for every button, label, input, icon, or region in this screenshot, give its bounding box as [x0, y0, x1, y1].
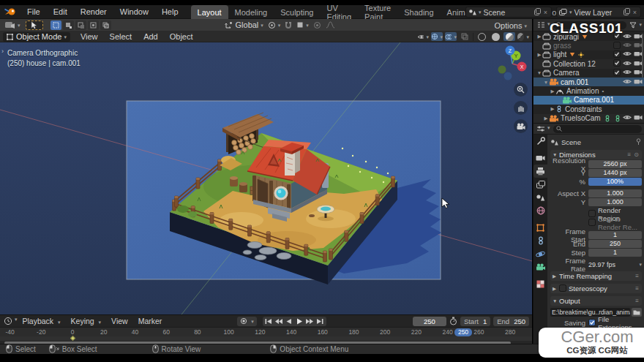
dimensions-y[interactable]: Y1.000	[550, 198, 642, 206]
frame-rate-row[interactable]: Frame Rate 29.97 fps ▾	[550, 260, 642, 268]
field-value[interactable]: 2560 px	[588, 160, 642, 168]
properties-tab-output[interactable]	[533, 165, 547, 178]
field-value[interactable]: 1	[588, 249, 642, 257]
properties-tab-texture[interactable]	[533, 277, 547, 290]
unlink-scene-icon[interactable]: ×	[542, 9, 549, 16]
outliner-row-grass[interactable]: grass	[533, 41, 644, 50]
shading-material-button[interactable]	[503, 32, 515, 41]
viewport-canvas[interactable]	[0, 31, 532, 314]
dimensions-crop-to-render-re-[interactable]: Crop to Render Re...	[550, 219, 642, 227]
tool-settings-editor-icon[interactable]: ▾	[4, 20, 20, 29]
dimensions-resolution-x[interactable]: Resolution X2560 px	[550, 160, 642, 168]
exclude-checkbox[interactable]	[613, 50, 621, 59]
viewport-menu-select[interactable]: Select	[104, 32, 138, 41]
workspace-tab-layout[interactable]: Layout	[191, 5, 228, 19]
navigation-gizmo[interactable]: X Y Z	[492, 42, 533, 84]
timeline-menu-view[interactable]: View	[106, 317, 133, 325]
hide-eye-icon[interactable]	[623, 114, 632, 122]
properties-tab-view-layer[interactable]	[533, 178, 547, 191]
expand-arrow-icon[interactable]: ▼	[536, 70, 542, 75]
outliner-row-camera-001[interactable]: Camera.001	[533, 96, 644, 105]
workspace-tab-texture-paint[interactable]: Texture Paint	[358, 5, 397, 19]
prev-keyframe-button[interactable]	[274, 317, 284, 325]
outliner-editor-icon[interactable]: ▾	[536, 21, 550, 29]
panel-header-stereoscopy[interactable]: ▶Stereoscopy≡	[550, 284, 642, 293]
new-scene-icon[interactable]	[533, 8, 542, 17]
expand-arrow-icon[interactable]: ▶	[536, 52, 542, 58]
view-layer-selector[interactable]: ▾ View Layer ×	[556, 7, 641, 18]
snap-target-dropdown[interactable]: ▾	[296, 21, 309, 29]
select-mode-subtract[interactable]	[75, 20, 86, 30]
field-value[interactable]: 100%	[588, 178, 642, 186]
menu-help[interactable]: Help	[155, 7, 185, 16]
properties-editor-icon[interactable]: ▾	[536, 125, 550, 132]
field-value[interactable]: 1.000	[588, 198, 642, 206]
checkbox[interactable]	[588, 219, 596, 227]
dimensions-%[interactable]: %100%	[550, 178, 642, 186]
viewport-menu-add[interactable]: Add	[138, 32, 164, 41]
outliner-filter-icon[interactable]: ▾	[629, 22, 642, 29]
render-visibility-icon[interactable]	[634, 114, 643, 122]
outliner-row-collection-12[interactable]: Collection 12	[533, 59, 644, 68]
dimensions-aspect-x[interactable]: Aspect X1.000	[550, 189, 642, 197]
timeline-menu-marker[interactable]: Marker	[133, 317, 168, 325]
hide-eye-icon[interactable]	[623, 33, 632, 41]
frame-step[interactable]: Step1	[550, 249, 642, 257]
timeline-editor-icon[interactable]: ▾	[4, 317, 18, 325]
frame-frame-start[interactable]: Frame Start1	[550, 231, 642, 239]
workspace-tab-modeling[interactable]: Modeling	[228, 5, 274, 19]
frame-start-field[interactable]: Start1	[460, 317, 490, 326]
expand-arrow-icon[interactable]: ▶	[543, 116, 549, 121]
camera-view-button[interactable]	[514, 119, 528, 133]
expand-arrow-icon[interactable]: ▶	[536, 34, 542, 39]
workspace-tab-sculpting[interactable]: Sculpting	[274, 5, 320, 19]
outliner-row-camera[interactable]: ▼Camera	[533, 69, 644, 78]
field-value[interactable]: 1440 px	[588, 169, 642, 177]
shading-rendered-button[interactable]: ▾	[517, 32, 529, 41]
viewport-3d[interactable]: Object Mode▾ ViewSelectAddObject ▾ ▾ ▾ ▾…	[0, 31, 532, 314]
blender-logo[interactable]	[4, 7, 16, 16]
outliner-row-animation[interactable]: ▶Animation•	[533, 86, 644, 95]
dimensions-y[interactable]: Y1440 px	[550, 169, 642, 177]
outliner-row-light[interactable]: ▶light	[533, 50, 644, 59]
shading-wireframe-button[interactable]	[476, 32, 487, 41]
jump-end-button[interactable]	[315, 317, 325, 325]
shading-solid-button[interactable]	[490, 32, 501, 41]
properties-tab-tool[interactable]	[533, 135, 547, 148]
properties-tab-object[interactable]	[533, 221, 547, 234]
scene-selector[interactable]: ▾ Scene ×	[465, 7, 552, 18]
select-mode-set[interactable]	[50, 20, 61, 30]
pin-icon[interactable]	[635, 138, 642, 146]
transform-orientation-dropdown[interactable]: Global▾	[225, 20, 263, 29]
active-tool-select-box[interactable]	[26, 20, 43, 30]
play-button[interactable]	[295, 317, 304, 325]
proportional-editing-icon[interactable]	[313, 21, 321, 29]
properties-tab-world[interactable]	[533, 204, 547, 217]
properties-tab-scene[interactable]	[533, 191, 547, 204]
overlays-toggle[interactable]: ▾	[445, 32, 457, 41]
workspace-tab-uv-editing[interactable]: UV Editing	[320, 5, 358, 19]
transform-pivot-dropdown[interactable]: ▾	[268, 21, 281, 29]
hide-eye-icon[interactable]	[623, 60, 632, 68]
show-object-types-dropdown[interactable]: ▾	[417, 32, 429, 41]
current-frame-field[interactable]: 250	[413, 317, 446, 326]
panel-header-output[interactable]: ▼Output≡	[550, 296, 642, 306]
hide-eye-icon[interactable]	[623, 69, 632, 77]
viewport-menu-object[interactable]: Object	[164, 32, 199, 41]
render-visibility-icon[interactable]	[634, 78, 643, 86]
keyframe-marker[interactable]	[70, 336, 75, 341]
properties-tab-camera-data[interactable]	[533, 260, 547, 274]
play-reverse-button[interactable]	[285, 317, 294, 325]
properties-tab-constraints[interactable]	[533, 234, 547, 247]
snap-magnet-icon[interactable]	[285, 21, 292, 29]
viewport-menu-view[interactable]: View	[75, 32, 104, 41]
gizmos-toggle[interactable]: ▾	[431, 32, 443, 41]
expand-arrow-icon[interactable]: ▶	[550, 88, 555, 94]
menu-render[interactable]: Render	[74, 7, 113, 16]
expand-arrow-icon[interactable]: ▶	[550, 106, 555, 112]
outliner-scrollbar[interactable]	[642, 34, 643, 78]
timeline-menu-keying[interactable]: Keying ▾	[66, 317, 107, 325]
stopwatch-icon[interactable]	[449, 317, 457, 325]
menu-window[interactable]: Window	[113, 7, 155, 16]
panel-checkbox[interactable]	[559, 284, 566, 293]
